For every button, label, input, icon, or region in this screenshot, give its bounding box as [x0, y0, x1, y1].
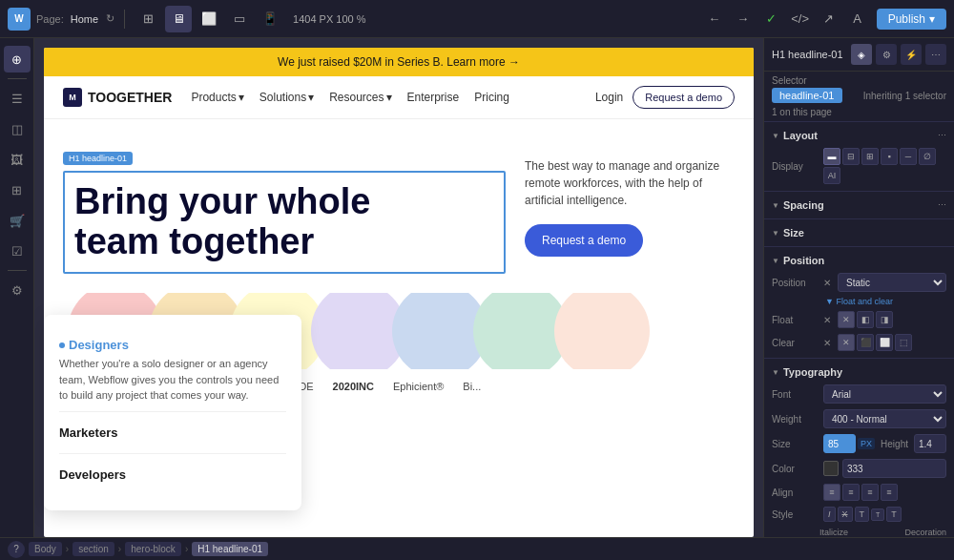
clear-both-btn[interactable]: ⬚: [895, 334, 912, 351]
nav-item-products[interactable]: Products ▾: [191, 91, 243, 104]
nav-item-enterprise[interactable]: Enterprise: [407, 91, 460, 104]
publish-button[interactable]: Publish ▾: [877, 9, 946, 30]
sidebar-item-add[interactable]: ⊕: [4, 46, 31, 73]
sidebar-divider-2: [8, 270, 27, 271]
breadcrumb-body[interactable]: Body: [29, 542, 62, 556]
position-header[interactable]: Position: [764, 251, 954, 270]
float-clear-toggle[interactable]: ▼ Float and clear: [772, 297, 946, 306]
code-icon[interactable]: </>: [787, 6, 814, 32]
hero-description: The best way to manage and organize remo…: [525, 157, 735, 209]
italic-btn[interactable]: I: [823, 507, 836, 522]
hero-section: H1 headline-01 Bring your whole team tog…: [44, 119, 754, 293]
desktop-icon[interactable]: 🖥: [165, 6, 192, 32]
circle-7: [554, 293, 650, 369]
breadcrumb-sep-2: ›: [118, 544, 121, 554]
weight-select[interactable]: 400 - Normal: [823, 409, 946, 428]
color-input[interactable]: [842, 459, 946, 478]
share-icon[interactable]: ↗: [816, 6, 842, 32]
clear-right-btn[interactable]: ⬜: [876, 334, 893, 351]
tablet-icon[interactable]: ⬜: [196, 6, 222, 32]
lowercase-btn[interactable]: T: [871, 508, 884, 521]
display-inherit-btn[interactable]: AI: [823, 167, 840, 184]
mobile-icon[interactable]: 📱: [257, 6, 283, 32]
structure-icon[interactable]: ⊞: [135, 6, 161, 32]
publish-chevron: ▾: [929, 12, 935, 26]
dropdown-item-marketers[interactable]: Marketers: [59, 412, 286, 454]
float-right-btn[interactable]: ◨: [876, 311, 893, 328]
capitalize-btn[interactable]: T: [886, 507, 902, 522]
breadcrumb-hero-block[interactable]: hero-block: [125, 542, 181, 556]
redo-icon[interactable]: →: [730, 6, 757, 32]
strikethrough-btn[interactable]: X: [838, 507, 853, 522]
canvas-size: 1404 PX 100 %: [293, 13, 365, 25]
float-none-btn[interactable]: ✕: [838, 311, 855, 328]
float-label: Float: [772, 315, 819, 325]
user-icon[interactable]: A: [844, 6, 871, 32]
settings-tab[interactable]: ⚙: [876, 44, 897, 65]
nav-login[interactable]: Login: [595, 91, 623, 104]
status-icon[interactable]: ✓: [758, 6, 785, 32]
clear-row: Clear ✕ ✕ ⬛ ⬜ ⬚: [764, 331, 954, 354]
breadcrumb-headline[interactable]: H1 headline-01: [192, 542, 268, 556]
clear-left-btn[interactable]: ⬛: [857, 334, 874, 351]
page-label: Page:: [36, 13, 64, 25]
align-justify-btn[interactable]: ≡: [881, 484, 898, 501]
display-inline-block-btn[interactable]: ▪: [881, 148, 898, 165]
nav-item-solutions[interactable]: Solutions ▾: [259, 91, 314, 104]
nav-item-pricing[interactable]: Pricing: [474, 91, 509, 104]
publish-label: Publish: [888, 12, 925, 26]
typography-header[interactable]: Typography: [764, 363, 954, 382]
display-flex-btn[interactable]: ⊟: [842, 148, 860, 165]
color-swatch[interactable]: [823, 461, 839, 476]
mobile-landscape-icon[interactable]: ▭: [226, 6, 253, 32]
display-grid-btn[interactable]: ⊞: [861, 148, 879, 165]
element-title: H1 headline-01: [772, 49, 843, 60]
sidebar-item-ecommerce[interactable]: 🛒: [4, 207, 31, 234]
undo-icon[interactable]: ←: [701, 6, 728, 32]
layout-section-header[interactable]: Layout ⋯: [764, 126, 954, 145]
size-header[interactable]: Size: [764, 223, 954, 242]
weight-row: Weight 400 - Normal: [764, 406, 954, 431]
align-left-btn[interactable]: ≡: [823, 484, 840, 501]
webflow-logo[interactable]: W: [8, 8, 31, 31]
size-input[interactable]: [823, 434, 856, 453]
dropdown-developers-title: Developers: [59, 462, 286, 487]
sidebar-item-settings[interactable]: ⚙: [4, 277, 31, 303]
sidebar-item-assets[interactable]: 🖼: [4, 146, 31, 173]
inherit-text: Inheriting 1 selector: [863, 91, 946, 101]
font-select[interactable]: Arial: [823, 384, 946, 404]
interactions-tab[interactable]: ⚡: [901, 44, 922, 65]
spacing-section: Spacing ⋯: [764, 192, 954, 219]
help-button[interactable]: ?: [8, 541, 25, 558]
style-icons: I X T T T: [823, 507, 902, 522]
sidebar-item-forms[interactable]: ☑: [4, 238, 31, 264]
selector-badge[interactable]: headline-01: [772, 88, 842, 103]
breadcrumb-section[interactable]: section: [73, 542, 114, 556]
spacing-header[interactable]: Spacing ⋯: [764, 196, 954, 215]
nav-logo: M TOOGETHER: [63, 88, 172, 107]
page-info: Page: Home ↻: [36, 12, 114, 25]
dropdown-item-developers[interactable]: Developers: [59, 454, 286, 495]
more-tab[interactable]: ⋯: [925, 44, 946, 65]
nav-item-resources[interactable]: Resources ▾: [329, 91, 391, 104]
clear-none-btn[interactable]: ✕: [838, 334, 855, 351]
height-input[interactable]: [914, 434, 946, 453]
left-sidebar: ⊕ ☰ ◫ 🖼 ⊞ 🛒 ☑ ⚙: [0, 38, 34, 537]
sidebar-item-components[interactable]: ◫: [4, 115, 31, 142]
display-inline-btn[interactable]: ─: [900, 148, 917, 165]
style-tab[interactable]: ◈: [851, 44, 872, 65]
align-right-btn[interactable]: ≡: [861, 484, 879, 501]
float-left-btn[interactable]: ◧: [857, 311, 874, 328]
uppercase-btn[interactable]: T: [855, 507, 870, 522]
position-select[interactable]: Static: [838, 273, 946, 292]
display-block-btn[interactable]: ▬: [823, 148, 840, 165]
display-none-btn[interactable]: ∅: [919, 148, 936, 165]
sidebar-item-pages[interactable]: ☰: [4, 85, 31, 112]
sidebar-item-cms[interactable]: ⊞: [4, 176, 31, 203]
refresh-icon[interactable]: ↻: [106, 12, 114, 25]
nav-cta-button[interactable]: Request a demo: [633, 86, 735, 109]
align-center-btn[interactable]: ≡: [842, 484, 860, 501]
dropdown-marketers-title: Marketers: [59, 420, 286, 446]
dropdown-item-designers[interactable]: Designers Whether you're a solo designer…: [59, 330, 286, 412]
hero-cta-button[interactable]: Request a demo: [525, 224, 643, 257]
